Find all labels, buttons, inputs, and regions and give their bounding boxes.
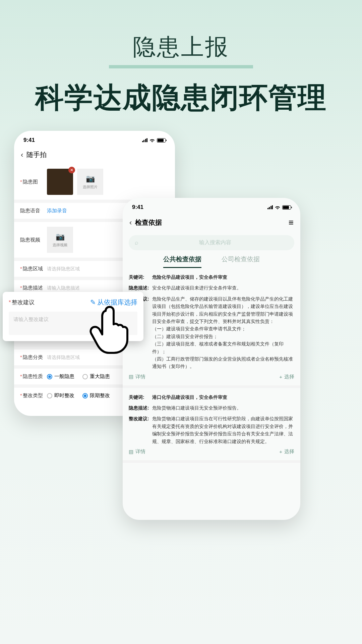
- suggestion-textarea[interactable]: 请输入整改建议: [9, 312, 137, 335]
- status-bar-right: 9:41: [123, 198, 300, 214]
- basis-tabs: 公共检查依据 公司检查依据: [123, 255, 300, 268]
- page-header-left: ‹ 随手拍: [14, 147, 175, 164]
- radio-deadline[interactable]: 限期整改: [82, 392, 110, 399]
- select-from-library-link[interactable]: ✎从依据库选择: [90, 298, 137, 307]
- back-icon[interactable]: ‹: [21, 151, 23, 159]
- hero-subtitle: 科学达成隐患闭环管理: [0, 78, 362, 117]
- select-button[interactable]: +选择: [279, 448, 294, 455]
- hazard-image-row: *隐患图 📷选择照片: [14, 164, 175, 200]
- tab-company-basis[interactable]: 公司检查依据: [222, 255, 260, 268]
- hero-underline: [109, 65, 253, 68]
- battery-icon: [282, 205, 291, 210]
- search-icon: ⌕: [135, 239, 138, 246]
- search-input[interactable]: ⌕ 输入搜索内容: [129, 235, 294, 250]
- hero-title: 隐患上报: [0, 32, 362, 62]
- camera-icon: 📷: [56, 232, 65, 241]
- phone-right: 9:41 ‹ 检查依据 ≡ ⌕ 输入搜索内容 公共检查依据 公司检查依据 关键词…: [123, 198, 300, 520]
- radio-immediate[interactable]: 即时整改: [47, 392, 74, 399]
- detail-button[interactable]: ▤详情: [129, 448, 145, 455]
- hazard-image-thumb[interactable]: [47, 169, 73, 195]
- detail-icon: ▤: [129, 449, 133, 455]
- basis-list-item: 关键词:港口化学品建设项目，安全条件审查 隐患描述:危险货物港口建设项目无安全预…: [123, 388, 300, 463]
- plus-icon: +: [279, 449, 282, 454]
- suggestion-popup: *整改建议 ✎从依据库选择 请输入整改建议: [3, 292, 143, 341]
- battery-icon: [157, 138, 166, 143]
- plus-icon: +: [279, 374, 282, 380]
- basis-list-item: 关键词:危险化学品建设项目，安全条件审查 隐患描述:安全化学品建设项目未进行安全…: [123, 268, 300, 388]
- status-time: 9:41: [23, 137, 35, 144]
- back-icon[interactable]: ‹: [129, 218, 132, 227]
- menu-icon[interactable]: ≡: [289, 217, 294, 228]
- signal-icon: [267, 205, 273, 209]
- detail-icon: ▤: [129, 374, 133, 380]
- page-title-right: 检查依据: [135, 218, 162, 227]
- hero-section: 隐患上报 科学达成隐患闭环管理: [0, 0, 362, 117]
- radio-general[interactable]: 一般隐患: [47, 373, 74, 380]
- select-video-button[interactable]: 📷选择视频: [47, 227, 73, 253]
- status-bar: 9:41: [14, 131, 175, 147]
- select-photo-button[interactable]: 📷选择照片: [77, 169, 103, 195]
- page-title-left: 随手拍: [26, 150, 47, 159]
- pen-icon: ✎: [90, 299, 96, 306]
- status-time: 9:41: [132, 204, 143, 211]
- page-header-right: ‹ 检查依据 ≡: [123, 214, 300, 232]
- select-button[interactable]: +选择: [279, 374, 294, 380]
- detail-button[interactable]: ▤详情: [129, 374, 145, 380]
- tab-public-basis[interactable]: 公共检查依据: [163, 255, 201, 268]
- camera-icon: 📷: [86, 174, 95, 183]
- radio-major[interactable]: 重大隐患: [82, 373, 110, 380]
- add-record-link[interactable]: 添加录音: [47, 208, 67, 214]
- signal-icon: [142, 138, 148, 142]
- wifi-icon: [275, 205, 280, 209]
- wifi-icon: [149, 138, 155, 142]
